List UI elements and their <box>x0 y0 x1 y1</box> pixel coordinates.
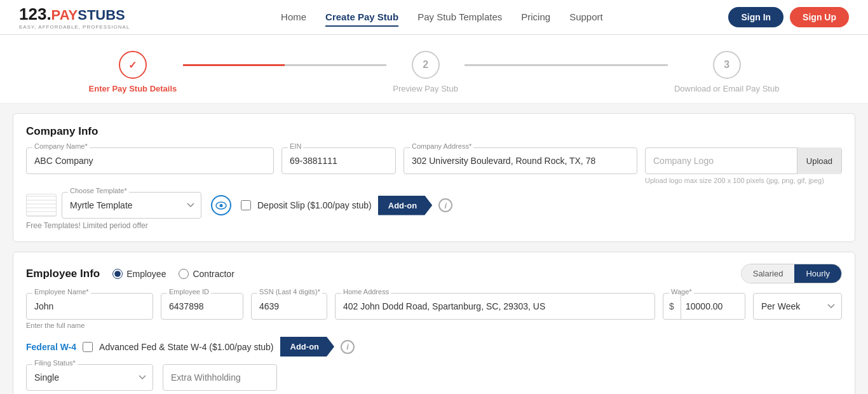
nav-create-pay-stub[interactable]: Create Pay Stub <box>325 8 398 27</box>
emp-name-label: Employee Name* <box>32 288 91 296</box>
company-address-label: Company Address* <box>410 142 473 150</box>
logo-tagline: EASY, AFFORDABLE, PROFESSIONAL <box>19 24 130 30</box>
template-select-wrapper: Choose Template* Myrtle Template <box>62 192 201 219</box>
company-name-label: Company Name* <box>32 142 90 150</box>
signin-button[interactable]: Sign In <box>728 7 783 27</box>
nav-pricing[interactable]: Pricing <box>521 8 550 27</box>
main-nav: Home Create Pay Stub Pay Stub Templates … <box>155 8 728 27</box>
logo-upload-box: Company Logo Upload <box>645 147 842 174</box>
info-icon[interactable]: i <box>438 198 452 212</box>
step-wrapper: ✓ Enter Pay Stub Details 2 Preview Pay S… <box>89 51 780 93</box>
wage-group: Wage* $ <box>663 293 745 320</box>
salaried-hourly-toggle: Salaried Hourly <box>741 264 842 283</box>
step-line-1 <box>183 64 386 66</box>
company-form-row-1: Company Name* EIN Company Address* Compa… <box>26 147 842 184</box>
nav-support[interactable]: Support <box>569 8 603 27</box>
salaried-button[interactable]: Salaried <box>742 264 795 283</box>
step-1: ✓ Enter Pay Stub Details <box>89 51 177 93</box>
nav-pay-stub-templates[interactable]: Pay Stub Templates <box>417 8 502 27</box>
deposit-slip-checkbox[interactable] <box>241 200 251 210</box>
emp-id-label: Employee ID <box>167 288 211 296</box>
logo-upload-text: Company Logo <box>653 156 714 166</box>
deposit-row: Deposit Slip ($1.00/pay stub) Add-on i <box>241 196 452 215</box>
employee-radio-group[interactable]: Employee <box>112 269 166 279</box>
ein-label: EIN <box>288 142 303 150</box>
filing-status-label: Filing Status* <box>32 359 78 367</box>
employee-info-card: Employee Info Employee Contractor Salari… <box>13 252 855 394</box>
step-2-label: Preview Pay Stub <box>393 84 458 93</box>
signup-button[interactable]: Sign Up <box>790 7 849 27</box>
step-1-label: Enter Pay Stub Details <box>89 84 177 93</box>
wage-dollar-symbol: $ <box>663 293 681 320</box>
ssn-group: SSN (Last 4 digits)* <box>251 293 327 320</box>
employee-form-row-1: Employee Name* Enter the full name Emplo… <box>26 293 842 329</box>
header-buttons: Sign In Sign Up <box>728 7 849 27</box>
step-1-circle: ✓ <box>119 51 147 79</box>
company-address-group: Company Address* <box>403 147 637 174</box>
home-address-group: Home Address <box>335 293 655 320</box>
template-select-label: Choose Template* <box>68 187 129 194</box>
template-select-group: Choose Template* Myrtle Template <box>26 192 201 219</box>
employee-info-title: Employee Info <box>26 268 100 280</box>
contractor-radio-group[interactable]: Contractor <box>179 269 234 279</box>
nav-home[interactable]: Home <box>281 8 306 27</box>
advanced-w4-checkbox[interactable] <box>83 342 93 352</box>
addon-w4-button[interactable]: Add-on <box>280 337 334 357</box>
ssn-label: SSN (Last 4 digits)* <box>257 288 322 296</box>
home-address-label: Home Address <box>341 288 391 296</box>
company-name-group: Company Name* <box>26 147 274 174</box>
company-name-input[interactable] <box>26 147 274 174</box>
contractor-radio[interactable] <box>179 269 189 279</box>
filing-status-wrapper: Filing Status* Single Married Married, b… <box>26 364 153 391</box>
ein-input[interactable] <box>281 147 396 174</box>
per-week-group: Per Week Per Month Per Year <box>753 293 842 320</box>
federal-w4-label: Federal W-4 <box>26 342 76 352</box>
company-info-card: Company Info Company Name* EIN Company A… <box>13 113 855 242</box>
eye-icon[interactable] <box>211 195 231 215</box>
main-content: Company Info Company Name* EIN Company A… <box>0 104 868 394</box>
deposit-label: Deposit Slip ($1.00/pay stub) <box>257 200 372 210</box>
ssn-input[interactable] <box>251 293 327 320</box>
free-offer-text: Free Templates! Limited period offer <box>26 221 842 230</box>
per-week-select[interactable]: Per Week Per Month Per Year <box>753 293 842 320</box>
extra-withholding-group <box>163 364 277 391</box>
addon-deposit-button[interactable]: Add-on <box>378 196 432 215</box>
employee-radio[interactable] <box>112 269 123 279</box>
step-3-label: Download or Email Pay Stub <box>674 84 779 93</box>
federal-w4-row: Federal W-4 Advanced Fed & State W-4 ($1… <box>26 337 842 357</box>
template-select[interactable]: Myrtle Template <box>62 192 201 219</box>
logo: 123.PAYSTUBS EASY, AFFORDABLE, PROFESSIO… <box>19 4 130 30</box>
step-2-circle: 2 <box>412 51 440 79</box>
step-line-2 <box>465 64 668 66</box>
advanced-w4-label: Advanced Fed & State W-4 ($1.00/pay stub… <box>99 342 273 352</box>
upload-hint: Upload logo max size 200 x 100 pixels (j… <box>645 177 842 184</box>
ein-group: EIN <box>281 147 396 174</box>
employee-radio-label: Employee <box>126 269 166 279</box>
svg-point-1 <box>220 204 223 207</box>
emp-id-group: Employee ID <box>161 293 243 320</box>
emp-id-input[interactable] <box>161 293 243 320</box>
upload-button[interactable]: Upload <box>797 147 841 174</box>
contractor-radio-label: Contractor <box>193 269 234 279</box>
header: 123.PAYSTUBS EASY, AFFORDABLE, PROFESSIO… <box>0 0 868 35</box>
company-logo-group: Company Logo Upload Upload logo max size… <box>645 147 842 184</box>
wage-input-wrapper: $ <box>663 293 745 320</box>
emp-name-group: Employee Name* Enter the full name <box>26 293 153 329</box>
filing-row: Filing Status* Single Married Married, b… <box>26 364 842 391</box>
filing-status-select[interactable]: Single Married Married, but withhold at … <box>26 364 153 391</box>
logo-stubs: STUBS <box>78 7 125 23</box>
template-row: Choose Template* Myrtle Template Deposit… <box>26 192 842 219</box>
home-address-input[interactable] <box>335 293 655 320</box>
progress-steps: ✓ Enter Pay Stub Details 2 Preview Pay S… <box>0 35 868 104</box>
step-2: 2 Preview Pay Stub <box>393 51 458 93</box>
step-3-circle: 3 <box>713 51 741 79</box>
employee-info-header: Employee Info Employee Contractor Salari… <box>26 264 842 283</box>
logo-pay: PAY <box>51 7 78 23</box>
extra-withholding-input[interactable] <box>163 364 277 391</box>
company-address-input[interactable] <box>403 147 637 174</box>
w4-info-icon[interactable]: i <box>341 340 355 354</box>
logo-number: 123. <box>19 4 51 24</box>
company-info-title: Company Info <box>26 125 842 138</box>
emp-name-input[interactable] <box>26 293 153 320</box>
hourly-button[interactable]: Hourly <box>794 264 841 283</box>
